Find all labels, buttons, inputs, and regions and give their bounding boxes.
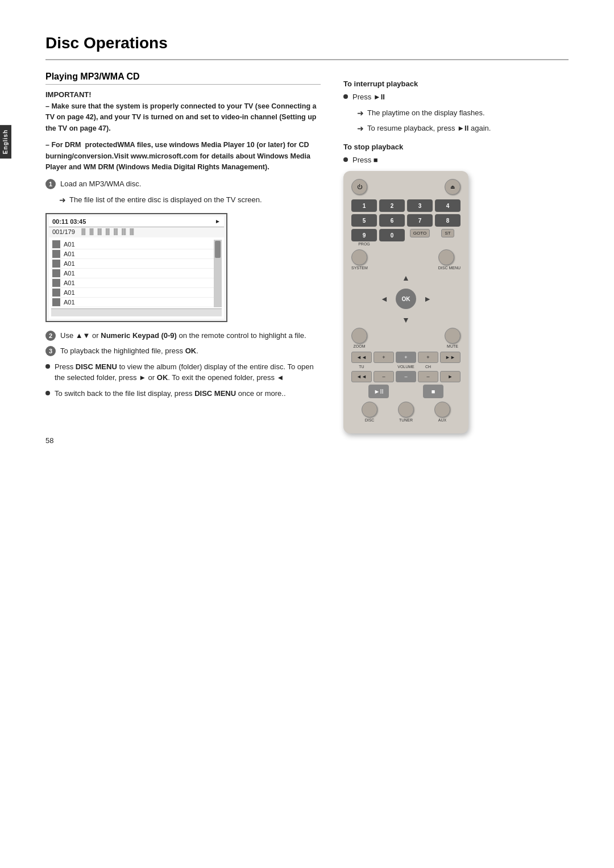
ff-btn[interactable]: ◄◄ <box>351 352 372 363</box>
tuner-btn[interactable] <box>398 402 414 418</box>
interrupt-bullet-text: Press ►II <box>352 91 385 103</box>
num-1-btn[interactable]: 1 <box>351 199 377 212</box>
vol-plus-btn[interactable]: + <box>396 352 416 363</box>
screen-file-list: A01 A01 A01 <box>51 240 222 307</box>
tuner-circle-container: TUNER <box>398 402 414 422</box>
step-3-num: 3 <box>45 346 56 356</box>
nav-left-btn[interactable]: ◄ <box>380 294 388 303</box>
section-heading: Playing MP3/WMA CD <box>45 72 321 85</box>
bullet-2-text: To switch back to the file list display,… <box>55 388 286 399</box>
mute-btn[interactable] <box>445 328 460 344</box>
eject-button[interactable]: ⏏ <box>445 179 460 195</box>
aux-btn[interactable] <box>434 402 450 418</box>
zoom-btn[interactable] <box>351 328 367 344</box>
disc-menu-btn[interactable] <box>438 249 454 265</box>
file-icon-4 <box>52 269 60 277</box>
prog-label: PROG <box>358 242 370 246</box>
power-button[interactable]: ⏻ <box>351 179 367 195</box>
bullet-1: Press DISC MENU to view the album (folde… <box>45 361 321 383</box>
fwd-btn[interactable]: ► <box>440 371 460 382</box>
file-row-1: A01 <box>51 240 214 249</box>
st-btn[interactable]: ST <box>441 229 454 237</box>
disc-circle-container: DISC <box>362 402 377 422</box>
screen-header: 00:11 03:45 ► <box>49 216 224 227</box>
file-row-4: A01 <box>51 269 214 278</box>
bullet-2: To switch back to the file list display,… <box>45 388 321 399</box>
transport-row-2: ◄◄ – – – ► <box>351 371 460 382</box>
num-0-btn[interactable]: 0 <box>379 229 405 241</box>
zoom-container: ZOOM <box>351 328 367 348</box>
screen-footer <box>51 308 222 316</box>
rew-btn[interactable]: ◄◄ <box>351 371 372 382</box>
st-container: ST <box>435 229 460 246</box>
system-btn[interactable] <box>351 249 367 265</box>
file-name-4: A01 <box>64 270 75 277</box>
file-icon-2 <box>52 250 60 258</box>
stop-heading: To stop playback <box>343 143 569 151</box>
interrupt-heading: To interrupt playback <box>343 80 569 88</box>
num-3-btn[interactable]: 3 <box>407 199 433 212</box>
screen-progress-text: ▐▌▐▌▐▌▐▌▐▌▐▌▐▌ <box>80 228 136 235</box>
disc-label: DISC <box>362 418 377 422</box>
num-6-btn[interactable]: 6 <box>379 214 405 227</box>
minus-ch-btn[interactable]: – <box>418 371 438 382</box>
minus-tu-btn[interactable]: – <box>374 371 394 382</box>
num-8-btn[interactable]: 8 <box>435 214 460 227</box>
rr-btn[interactable]: ►► <box>440 352 460 363</box>
nav-down-btn[interactable]: ▼ <box>402 315 410 324</box>
stop-btn[interactable]: ■ <box>423 385 443 398</box>
file-row-2: A01 <box>51 249 214 259</box>
ok-btn[interactable]: OK <box>396 289 416 309</box>
left-column: Playing MP3/WMA CD IMPORTANT! – Make sur… <box>45 72 321 433</box>
transport-row-1: ◄◄ + + + ►► <box>351 352 460 363</box>
interrupt-arrow-1: ➜ The playtime on the display flashes. <box>357 107 569 119</box>
nav-right-btn[interactable]: ► <box>424 294 432 303</box>
system-disc-row: SYSTEM DISC MENU <box>351 249 460 270</box>
remote-numpad: 1 2 3 4 5 6 7 8 9 PROG 0 GO <box>351 199 460 246</box>
file-name-1: A01 <box>64 241 75 248</box>
plus-tu-btn[interactable]: + <box>374 352 394 363</box>
num-7-btn[interactable]: 7 <box>407 214 433 227</box>
nav-up-btn[interactable]: ▲ <box>402 273 410 282</box>
file-icon-1 <box>52 240 60 248</box>
page-number: 58 <box>45 436 53 445</box>
screen-files: A01 A01 A01 <box>51 240 214 307</box>
screen-body: A01 A01 A01 <box>49 237 224 319</box>
important-label: IMPORTANT! <box>45 90 321 99</box>
play-pause-btn[interactable]: ►II <box>368 385 389 398</box>
file-icon-7 <box>52 298 60 306</box>
num-5-btn[interactable]: 5 <box>351 214 377 227</box>
screen-time: 00:11 03:45 <box>52 218 86 225</box>
tuner-label: TUNER <box>398 418 414 422</box>
scrollbar-thumb <box>215 241 221 258</box>
step-1-num: 1 <box>45 179 56 189</box>
screen-track-row: 001/179 ▐▌▐▌▐▌▐▌▐▌▐▌▐▌ <box>49 227 224 236</box>
disc-btn[interactable] <box>362 402 377 418</box>
file-icon-6 <box>52 289 60 297</box>
page-container: English Disc Operations Playing MP3/WMA … <box>0 0 614 468</box>
vol-minus-btn[interactable]: – <box>396 371 416 382</box>
file-row-5: A01 <box>51 278 214 288</box>
step-2: 2 Use ▲▼ or Numeric Keypad (0-9) on the … <box>45 330 321 341</box>
num-9-btn[interactable]: 9 <box>351 229 377 241</box>
tu-label: TU <box>351 365 372 369</box>
goto-container: GOTO <box>407 229 433 246</box>
num-2-btn[interactable]: 2 <box>379 199 405 212</box>
empty-label <box>440 365 460 369</box>
step-1-text: Load an MP3/WMA disc. <box>60 178 141 190</box>
goto-btn[interactable]: GOTO <box>410 229 430 237</box>
page-title: Disc Operations <box>45 34 569 55</box>
file-row-7: A01 <box>51 298 214 307</box>
ch-label: CH <box>418 365 438 369</box>
step-3-text: To playback the highlighted file, press … <box>60 345 198 357</box>
num-4-btn[interactable]: 4 <box>435 199 460 212</box>
interrupt-bullet: Press ►II <box>343 91 569 103</box>
zoom-mute-row: ZOOM MUTE <box>351 328 460 348</box>
plus-ch-btn[interactable]: + <box>418 352 438 363</box>
arrow-icon-3: ➜ <box>357 123 364 135</box>
step-1-arrow: ➜ The file list of the entire disc is di… <box>59 194 321 206</box>
remote-top-row: ⏻ ⏏ <box>351 179 460 195</box>
file-row-3: A01 <box>51 259 214 269</box>
right-column: To interrupt playback Press ►II ➜ The pl… <box>343 72 569 433</box>
num-9-container: 9 PROG <box>351 229 377 246</box>
